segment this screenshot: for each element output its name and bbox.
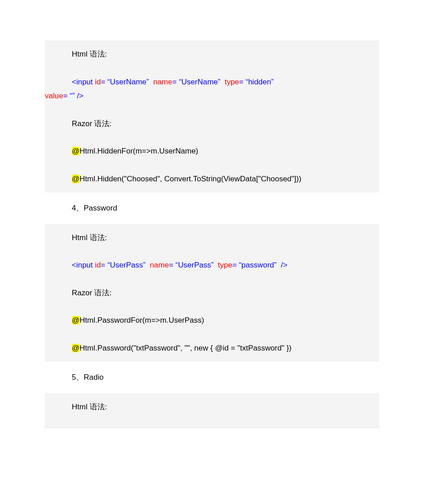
section-radio: 5、Radio xyxy=(45,372,379,383)
html-syntax-label-2: Html 语法: xyxy=(45,232,379,244)
section-password: 4、Password xyxy=(45,202,379,214)
code-block-1: Html 语法: <input id= “UserName” name= “Us… xyxy=(45,40,379,193)
razor-line-1: @Html.HiddenFor(m=>m.UserName) xyxy=(45,145,379,157)
at-symbol: @ xyxy=(72,175,79,183)
attr-value: value xyxy=(45,92,63,100)
input-open: <input xyxy=(72,261,95,269)
attr-id: id xyxy=(95,261,101,269)
input-close: /> xyxy=(281,261,288,269)
eq: = xyxy=(239,78,244,86)
at-symbol: @ xyxy=(72,344,79,352)
at-symbol: @ xyxy=(72,147,79,155)
razor-syntax-label: Razor 语法: xyxy=(45,118,379,130)
html-input-continuation: value= “” /> xyxy=(45,90,379,102)
attr-name: name xyxy=(150,261,169,269)
eq: = xyxy=(101,261,105,269)
razor-code-3: Html.PasswordFor(m=>m.UserPass) xyxy=(79,316,204,324)
razor-code-4: Html.Password("txtPassword", "", new { @… xyxy=(79,344,291,352)
html-input-line-2: <input id= “UserPass” name= “UserPass” t… xyxy=(45,259,379,271)
attr-name: name xyxy=(153,78,172,86)
attr-type: type xyxy=(218,261,232,269)
attr-id: id xyxy=(95,78,101,86)
val-empty: “” xyxy=(70,92,74,100)
val-userpass2: “UserPass” xyxy=(175,261,214,269)
razor-line-3: @Html.PasswordFor(m=>m.UserPass) xyxy=(45,315,379,326)
at-symbol: @ xyxy=(72,316,79,324)
eq: = xyxy=(232,261,237,269)
html-syntax-label: Html 语法: xyxy=(45,48,379,60)
eq: = xyxy=(172,78,177,86)
eq: = xyxy=(63,92,68,100)
val-userpass: “UserPass” xyxy=(107,261,145,269)
attr-type: type xyxy=(225,78,239,86)
val-hidden: “hidden” xyxy=(245,78,273,86)
razor-code-1: Html.HiddenFor(m=>m.UserName) xyxy=(79,147,198,155)
razor-line-4: @Html.Password("txtPassword", "", new { … xyxy=(45,342,379,354)
html-input-line: <input id= “UserName” name= “UserName” t… xyxy=(45,76,379,88)
razor-code-2: Html.Hidden("Choosed", Convert.ToString(… xyxy=(79,175,301,183)
val-username: “UserName” xyxy=(107,78,149,86)
val-username2: “UserName” xyxy=(179,78,221,86)
val-password: “password” xyxy=(239,261,276,269)
razor-syntax-label-2: Razor 语法: xyxy=(45,287,379,299)
input-close: /> xyxy=(77,92,83,100)
razor-line-2: @Html.Hidden("Choosed", Convert.ToString… xyxy=(45,173,379,185)
code-block-2: Html 语法: <input id= “UserPass” name= “Us… xyxy=(45,224,379,362)
eq: = xyxy=(101,78,105,86)
code-block-3: Html 语法: xyxy=(45,393,379,429)
eq: = xyxy=(169,261,173,269)
html-syntax-label-3: Html 语法: xyxy=(45,401,379,413)
input-open: <input xyxy=(72,78,95,86)
